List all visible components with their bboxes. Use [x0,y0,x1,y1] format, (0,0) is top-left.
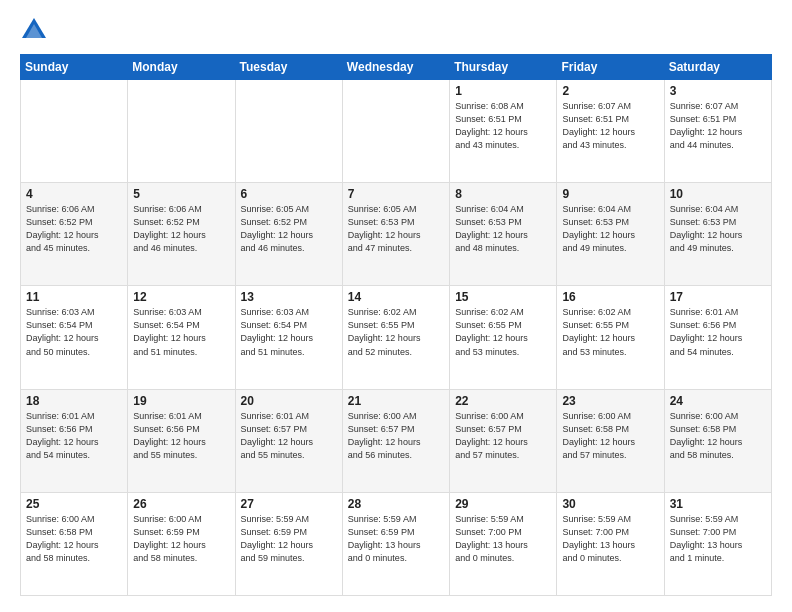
day-info: Sunrise: 5:59 AM Sunset: 7:00 PM Dayligh… [670,513,766,565]
day-info: Sunrise: 6:00 AM Sunset: 6:58 PM Dayligh… [26,513,122,565]
calendar-week-row: 11Sunrise: 6:03 AM Sunset: 6:54 PM Dayli… [21,286,772,389]
day-info: Sunrise: 6:02 AM Sunset: 6:55 PM Dayligh… [348,306,444,358]
day-info: Sunrise: 6:04 AM Sunset: 6:53 PM Dayligh… [455,203,551,255]
calendar-cell: 8Sunrise: 6:04 AM Sunset: 6:53 PM Daylig… [450,183,557,286]
calendar-header-row: SundayMondayTuesdayWednesdayThursdayFrid… [21,55,772,80]
calendar-cell: 2Sunrise: 6:07 AM Sunset: 6:51 PM Daylig… [557,80,664,183]
day-info: Sunrise: 6:03 AM Sunset: 6:54 PM Dayligh… [241,306,337,358]
calendar-cell: 7Sunrise: 6:05 AM Sunset: 6:53 PM Daylig… [342,183,449,286]
day-number: 30 [562,497,658,511]
calendar-cell [21,80,128,183]
day-info: Sunrise: 6:08 AM Sunset: 6:51 PM Dayligh… [455,100,551,152]
calendar-cell [235,80,342,183]
calendar-cell: 31Sunrise: 5:59 AM Sunset: 7:00 PM Dayli… [664,492,771,595]
day-info: Sunrise: 6:05 AM Sunset: 6:52 PM Dayligh… [241,203,337,255]
calendar-cell: 12Sunrise: 6:03 AM Sunset: 6:54 PM Dayli… [128,286,235,389]
day-info: Sunrise: 6:01 AM Sunset: 6:56 PM Dayligh… [26,410,122,462]
calendar-week-row: 1Sunrise: 6:08 AM Sunset: 6:51 PM Daylig… [21,80,772,183]
calendar-cell: 22Sunrise: 6:00 AM Sunset: 6:57 PM Dayli… [450,389,557,492]
calendar-week-row: 18Sunrise: 6:01 AM Sunset: 6:56 PM Dayli… [21,389,772,492]
day-number: 6 [241,187,337,201]
calendar-cell: 17Sunrise: 6:01 AM Sunset: 6:56 PM Dayli… [664,286,771,389]
calendar-cell [128,80,235,183]
day-number: 4 [26,187,122,201]
day-info: Sunrise: 5:59 AM Sunset: 6:59 PM Dayligh… [348,513,444,565]
calendar-day-header: Thursday [450,55,557,80]
day-info: Sunrise: 5:59 AM Sunset: 7:00 PM Dayligh… [562,513,658,565]
day-info: Sunrise: 6:00 AM Sunset: 6:58 PM Dayligh… [670,410,766,462]
day-info: Sunrise: 6:06 AM Sunset: 6:52 PM Dayligh… [133,203,229,255]
day-number: 7 [348,187,444,201]
calendar-cell: 20Sunrise: 6:01 AM Sunset: 6:57 PM Dayli… [235,389,342,492]
day-info: Sunrise: 6:00 AM Sunset: 6:57 PM Dayligh… [348,410,444,462]
calendar-cell: 9Sunrise: 6:04 AM Sunset: 6:53 PM Daylig… [557,183,664,286]
calendar-cell: 3Sunrise: 6:07 AM Sunset: 6:51 PM Daylig… [664,80,771,183]
day-info: Sunrise: 6:02 AM Sunset: 6:55 PM Dayligh… [562,306,658,358]
calendar-day-header: Friday [557,55,664,80]
calendar-cell: 21Sunrise: 6:00 AM Sunset: 6:57 PM Dayli… [342,389,449,492]
day-info: Sunrise: 6:00 AM Sunset: 6:58 PM Dayligh… [562,410,658,462]
calendar-cell: 10Sunrise: 6:04 AM Sunset: 6:53 PM Dayli… [664,183,771,286]
calendar-cell [342,80,449,183]
calendar-week-row: 4Sunrise: 6:06 AM Sunset: 6:52 PM Daylig… [21,183,772,286]
calendar-cell: 27Sunrise: 5:59 AM Sunset: 6:59 PM Dayli… [235,492,342,595]
calendar-cell: 6Sunrise: 6:05 AM Sunset: 6:52 PM Daylig… [235,183,342,286]
day-number: 26 [133,497,229,511]
day-number: 17 [670,290,766,304]
day-number: 19 [133,394,229,408]
day-info: Sunrise: 6:07 AM Sunset: 6:51 PM Dayligh… [670,100,766,152]
day-number: 9 [562,187,658,201]
day-info: Sunrise: 6:00 AM Sunset: 6:57 PM Dayligh… [455,410,551,462]
calendar-cell: 14Sunrise: 6:02 AM Sunset: 6:55 PM Dayli… [342,286,449,389]
day-number: 22 [455,394,551,408]
day-number: 18 [26,394,122,408]
day-number: 13 [241,290,337,304]
calendar-day-header: Sunday [21,55,128,80]
day-info: Sunrise: 6:06 AM Sunset: 6:52 PM Dayligh… [26,203,122,255]
day-number: 21 [348,394,444,408]
calendar-cell: 5Sunrise: 6:06 AM Sunset: 6:52 PM Daylig… [128,183,235,286]
day-number: 27 [241,497,337,511]
day-info: Sunrise: 6:05 AM Sunset: 6:53 PM Dayligh… [348,203,444,255]
calendar-cell: 28Sunrise: 5:59 AM Sunset: 6:59 PM Dayli… [342,492,449,595]
day-number: 3 [670,84,766,98]
day-info: Sunrise: 6:04 AM Sunset: 6:53 PM Dayligh… [562,203,658,255]
day-number: 14 [348,290,444,304]
day-info: Sunrise: 6:00 AM Sunset: 6:59 PM Dayligh… [133,513,229,565]
day-number: 5 [133,187,229,201]
calendar-cell: 29Sunrise: 5:59 AM Sunset: 7:00 PM Dayli… [450,492,557,595]
calendar-cell: 13Sunrise: 6:03 AM Sunset: 6:54 PM Dayli… [235,286,342,389]
calendar-cell: 19Sunrise: 6:01 AM Sunset: 6:56 PM Dayli… [128,389,235,492]
logo-icon [20,16,48,44]
day-number: 15 [455,290,551,304]
logo [20,16,52,44]
page: SundayMondayTuesdayWednesdayThursdayFrid… [0,0,792,612]
day-number: 16 [562,290,658,304]
day-number: 20 [241,394,337,408]
calendar-cell: 1Sunrise: 6:08 AM Sunset: 6:51 PM Daylig… [450,80,557,183]
calendar-day-header: Saturday [664,55,771,80]
day-info: Sunrise: 6:04 AM Sunset: 6:53 PM Dayligh… [670,203,766,255]
calendar-cell: 30Sunrise: 5:59 AM Sunset: 7:00 PM Dayli… [557,492,664,595]
day-info: Sunrise: 6:03 AM Sunset: 6:54 PM Dayligh… [133,306,229,358]
day-info: Sunrise: 6:01 AM Sunset: 6:56 PM Dayligh… [133,410,229,462]
calendar-cell: 15Sunrise: 6:02 AM Sunset: 6:55 PM Dayli… [450,286,557,389]
day-number: 23 [562,394,658,408]
day-number: 12 [133,290,229,304]
header [20,16,772,44]
day-number: 10 [670,187,766,201]
calendar-cell: 26Sunrise: 6:00 AM Sunset: 6:59 PM Dayli… [128,492,235,595]
day-info: Sunrise: 6:07 AM Sunset: 6:51 PM Dayligh… [562,100,658,152]
day-number: 28 [348,497,444,511]
day-info: Sunrise: 6:03 AM Sunset: 6:54 PM Dayligh… [26,306,122,358]
day-number: 2 [562,84,658,98]
day-number: 1 [455,84,551,98]
calendar-week-row: 25Sunrise: 6:00 AM Sunset: 6:58 PM Dayli… [21,492,772,595]
calendar-cell: 18Sunrise: 6:01 AM Sunset: 6:56 PM Dayli… [21,389,128,492]
calendar-cell: 25Sunrise: 6:00 AM Sunset: 6:58 PM Dayli… [21,492,128,595]
day-number: 24 [670,394,766,408]
day-number: 25 [26,497,122,511]
calendar-cell: 16Sunrise: 6:02 AM Sunset: 6:55 PM Dayli… [557,286,664,389]
calendar-day-header: Tuesday [235,55,342,80]
calendar-cell: 23Sunrise: 6:00 AM Sunset: 6:58 PM Dayli… [557,389,664,492]
